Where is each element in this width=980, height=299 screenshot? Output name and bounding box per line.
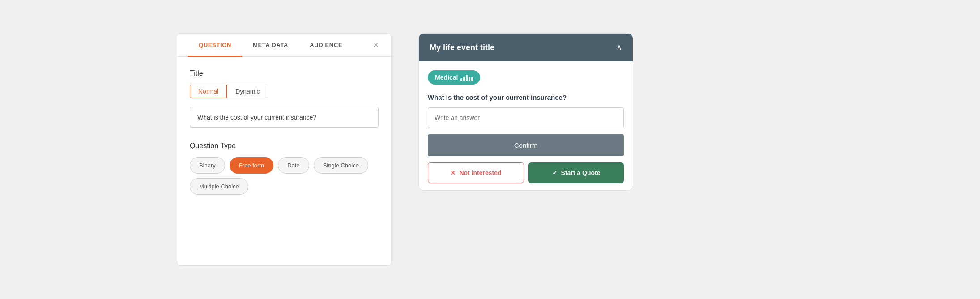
tab-audience[interactable]: AUDIENCE: [299, 34, 353, 57]
page-container: QUESTION META DATA AUDIENCE × Title Norm…: [177, 33, 803, 266]
chevron-up-icon[interactable]: ∧: [616, 43, 622, 52]
start-quote-label: Start a Quote: [561, 169, 601, 176]
panel-body: Title Normal Dynamic Question Type Binar…: [177, 57, 391, 209]
question-type-row: Binary Free form Date Single Choice Mult…: [190, 157, 379, 195]
bottom-actions: ✕ Not interested ✓ Start a Quote: [428, 162, 624, 183]
qtype-binary[interactable]: Binary: [190, 157, 225, 174]
life-event-title: My life event title: [430, 43, 494, 52]
title-type-row: Normal Dynamic: [190, 85, 379, 98]
medical-badge-label: Medical: [435, 74, 458, 81]
bar-chart-icon: [460, 74, 473, 81]
tabs-bar: QUESTION META DATA AUDIENCE ×: [177, 34, 391, 57]
qtype-single-choice[interactable]: Single Choice: [314, 157, 368, 174]
left-panel: QUESTION META DATA AUDIENCE × Title Norm…: [177, 33, 392, 266]
close-button[interactable]: ×: [371, 34, 380, 56]
qtype-freeform[interactable]: Free form: [230, 157, 273, 174]
title-type-dynamic[interactable]: Dynamic: [227, 85, 268, 98]
question-type-section-label: Question Type: [190, 142, 379, 150]
question-title-input[interactable]: [190, 107, 379, 128]
right-panel: My life event title ∧ Medical What is th…: [418, 33, 633, 191]
right-header: My life event title ∧: [419, 34, 633, 61]
check-icon: ✓: [552, 169, 558, 176]
qtype-date[interactable]: Date: [278, 157, 309, 174]
not-interested-button[interactable]: ✕ Not interested: [428, 162, 524, 183]
qtype-multiple-choice[interactable]: Multiple Choice: [190, 178, 248, 195]
confirm-button[interactable]: Confirm: [428, 134, 624, 156]
start-quote-button[interactable]: ✓ Start a Quote: [528, 162, 624, 183]
not-interested-label: Not interested: [459, 169, 501, 176]
title-type-normal[interactable]: Normal: [190, 85, 227, 98]
x-icon: ✕: [450, 169, 456, 176]
title-section-label: Title: [190, 69, 379, 77]
answer-input[interactable]: [428, 107, 624, 128]
preview-question-text: What is the cost of your current insuran…: [428, 94, 624, 101]
right-body: Medical What is the cost of your current…: [419, 61, 633, 190]
tab-question[interactable]: QUESTION: [188, 34, 242, 57]
tab-meta-data[interactable]: META DATA: [242, 34, 299, 57]
medical-badge: Medical: [428, 70, 480, 85]
